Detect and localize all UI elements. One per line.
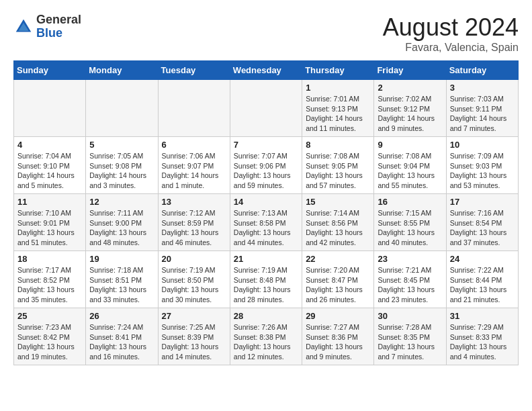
calendar-cell: 13 Sunrise: 7:12 AMSunset: 8:59 PMDaylig… bbox=[158, 194, 230, 251]
day-number: 27 bbox=[162, 311, 226, 321]
location-subtitle: Favara, Valencia, Spain bbox=[383, 42, 519, 54]
day-info: Sunrise: 7:11 AMSunset: 9:00 PMDaylight:… bbox=[89, 209, 146, 246]
calendar-cell: 9 Sunrise: 7:08 AMSunset: 9:04 PMDayligh… bbox=[374, 137, 446, 194]
calendar-cell: 1 Sunrise: 7:01 AMSunset: 9:13 PMDayligh… bbox=[302, 80, 374, 137]
day-info: Sunrise: 7:22 AMSunset: 8:44 PMDaylight:… bbox=[450, 266, 507, 304]
day-number: 4 bbox=[17, 140, 82, 150]
day-number: 21 bbox=[234, 254, 298, 264]
day-info: Sunrise: 7:01 AMSunset: 9:13 PMDaylight:… bbox=[306, 95, 363, 132]
logo-blue: Blue bbox=[36, 26, 62, 40]
calendar-week-row: 25 Sunrise: 7:23 AMSunset: 8:42 PMDaylig… bbox=[14, 308, 519, 365]
day-info: Sunrise: 7:09 AMSunset: 9:03 PMDaylight:… bbox=[450, 152, 507, 189]
day-number: 3 bbox=[450, 83, 515, 93]
day-number: 5 bbox=[89, 140, 154, 150]
day-number: 10 bbox=[450, 140, 515, 150]
calendar-cell: 10 Sunrise: 7:09 AMSunset: 9:03 PMDaylig… bbox=[446, 137, 518, 194]
calendar-cell: 25 Sunrise: 7:23 AMSunset: 8:42 PMDaylig… bbox=[14, 308, 86, 365]
day-info: Sunrise: 7:03 AMSunset: 9:11 PMDaylight:… bbox=[450, 95, 507, 132]
calendar-cell: 23 Sunrise: 7:21 AMSunset: 8:45 PMDaylig… bbox=[374, 251, 446, 308]
logo: General Blue bbox=[13, 13, 81, 40]
day-info: Sunrise: 7:02 AMSunset: 9:12 PMDaylight:… bbox=[378, 95, 435, 132]
logo-general: General bbox=[36, 13, 81, 26]
calendar-week-row: 11 Sunrise: 7:10 AMSunset: 9:01 PMDaylig… bbox=[14, 194, 519, 251]
day-number: 22 bbox=[306, 254, 370, 264]
day-number: 17 bbox=[450, 197, 515, 207]
calendar-cell: 17 Sunrise: 7:16 AMSunset: 8:54 PMDaylig… bbox=[446, 194, 518, 251]
weekday-header-thursday: Thursday bbox=[302, 61, 374, 80]
day-number: 29 bbox=[306, 311, 370, 321]
calendar-cell: 14 Sunrise: 7:13 AMSunset: 8:58 PMDaylig… bbox=[230, 194, 302, 251]
calendar-cell: 29 Sunrise: 7:27 AMSunset: 8:36 PMDaylig… bbox=[302, 308, 374, 365]
day-info: Sunrise: 7:05 AMSunset: 9:08 PMDaylight:… bbox=[89, 152, 146, 189]
calendar-cell: 7 Sunrise: 7:07 AMSunset: 9:06 PMDayligh… bbox=[230, 137, 302, 194]
calendar-cell: 8 Sunrise: 7:08 AMSunset: 9:05 PMDayligh… bbox=[302, 137, 374, 194]
day-number: 8 bbox=[306, 140, 370, 150]
weekday-header-friday: Friday bbox=[374, 61, 446, 80]
day-info: Sunrise: 7:18 AMSunset: 8:51 PMDaylight:… bbox=[89, 266, 146, 304]
calendar-cell: 3 Sunrise: 7:03 AMSunset: 9:11 PMDayligh… bbox=[446, 80, 518, 137]
calendar-cell: 30 Sunrise: 7:28 AMSunset: 8:35 PMDaylig… bbox=[374, 308, 446, 365]
calendar-cell: 15 Sunrise: 7:14 AMSunset: 8:56 PMDaylig… bbox=[302, 194, 374, 251]
day-number: 16 bbox=[378, 197, 442, 207]
day-info: Sunrise: 7:17 AMSunset: 8:52 PMDaylight:… bbox=[17, 266, 75, 304]
weekday-header-monday: Monday bbox=[86, 61, 158, 80]
day-info: Sunrise: 7:29 AMSunset: 8:33 PMDaylight:… bbox=[450, 323, 507, 361]
calendar-cell: 2 Sunrise: 7:02 AMSunset: 9:12 PMDayligh… bbox=[374, 80, 446, 137]
calendar-cell bbox=[230, 80, 302, 137]
day-info: Sunrise: 7:20 AMSunset: 8:47 PMDaylight:… bbox=[306, 266, 363, 304]
day-number: 20 bbox=[162, 254, 226, 264]
day-info: Sunrise: 7:24 AMSunset: 8:41 PMDaylight:… bbox=[89, 323, 146, 361]
day-info: Sunrise: 7:14 AMSunset: 8:56 PMDaylight:… bbox=[306, 209, 363, 246]
day-number: 6 bbox=[162, 140, 226, 150]
logo-icon bbox=[13, 17, 34, 37]
day-info: Sunrise: 7:15 AMSunset: 8:55 PMDaylight:… bbox=[378, 209, 435, 246]
weekday-header-saturday: Saturday bbox=[446, 61, 518, 80]
calendar-cell: 24 Sunrise: 7:22 AMSunset: 8:44 PMDaylig… bbox=[446, 251, 518, 308]
calendar-week-row: 18 Sunrise: 7:17 AMSunset: 8:52 PMDaylig… bbox=[14, 251, 519, 308]
day-info: Sunrise: 7:10 AMSunset: 9:01 PMDaylight:… bbox=[17, 209, 75, 246]
day-number: 25 bbox=[17, 311, 82, 321]
day-info: Sunrise: 7:13 AMSunset: 8:58 PMDaylight:… bbox=[234, 209, 291, 246]
day-number: 14 bbox=[234, 197, 298, 207]
calendar-cell: 11 Sunrise: 7:10 AMSunset: 9:01 PMDaylig… bbox=[14, 194, 86, 251]
day-number: 28 bbox=[234, 311, 298, 321]
day-info: Sunrise: 7:08 AMSunset: 9:05 PMDaylight:… bbox=[306, 152, 363, 189]
day-info: Sunrise: 7:04 AMSunset: 9:10 PMDaylight:… bbox=[17, 152, 75, 189]
day-number: 26 bbox=[89, 311, 154, 321]
day-number: 7 bbox=[234, 140, 298, 150]
calendar-cell: 31 Sunrise: 7:29 AMSunset: 8:33 PMDaylig… bbox=[446, 308, 518, 365]
month-title: August 2024 bbox=[383, 13, 519, 42]
calendar-cell: 6 Sunrise: 7:06 AMSunset: 9:07 PMDayligh… bbox=[158, 137, 230, 194]
day-info: Sunrise: 7:16 AMSunset: 8:54 PMDaylight:… bbox=[450, 209, 507, 246]
weekday-header-sunday: Sunday bbox=[14, 61, 86, 80]
calendar-cell: 21 Sunrise: 7:19 AMSunset: 8:48 PMDaylig… bbox=[230, 251, 302, 308]
day-number: 18 bbox=[17, 254, 82, 264]
day-number: 15 bbox=[306, 197, 370, 207]
calendar-cell: 20 Sunrise: 7:19 AMSunset: 8:50 PMDaylig… bbox=[158, 251, 230, 308]
calendar-cell: 4 Sunrise: 7:04 AMSunset: 9:10 PMDayligh… bbox=[14, 137, 86, 194]
day-info: Sunrise: 7:27 AMSunset: 8:36 PMDaylight:… bbox=[306, 323, 363, 361]
calendar-cell: 16 Sunrise: 7:15 AMSunset: 8:55 PMDaylig… bbox=[374, 194, 446, 251]
calendar-table: SundayMondayTuesdayWednesdayThursdayFrid… bbox=[13, 60, 519, 365]
day-number: 9 bbox=[378, 140, 442, 150]
day-number: 24 bbox=[450, 254, 515, 264]
day-info: Sunrise: 7:12 AMSunset: 8:59 PMDaylight:… bbox=[162, 209, 219, 246]
day-number: 11 bbox=[17, 197, 82, 207]
title-block: August 2024 Favara, Valencia, Spain bbox=[383, 13, 519, 54]
day-info: Sunrise: 7:23 AMSunset: 8:42 PMDaylight:… bbox=[17, 323, 75, 361]
day-info: Sunrise: 7:07 AMSunset: 9:06 PMDaylight:… bbox=[234, 152, 291, 189]
calendar-cell bbox=[158, 80, 230, 137]
day-number: 31 bbox=[450, 311, 515, 321]
calendar-cell: 19 Sunrise: 7:18 AMSunset: 8:51 PMDaylig… bbox=[86, 251, 158, 308]
weekday-header-wednesday: Wednesday bbox=[230, 61, 302, 80]
calendar-cell: 12 Sunrise: 7:11 AMSunset: 9:00 PMDaylig… bbox=[86, 194, 158, 251]
day-number: 13 bbox=[162, 197, 226, 207]
day-info: Sunrise: 7:08 AMSunset: 9:04 PMDaylight:… bbox=[378, 152, 435, 189]
day-number: 2 bbox=[378, 83, 442, 93]
calendar-week-row: 1 Sunrise: 7:01 AMSunset: 9:13 PMDayligh… bbox=[14, 80, 519, 137]
day-info: Sunrise: 7:28 AMSunset: 8:35 PMDaylight:… bbox=[378, 323, 435, 361]
weekday-header-row: SundayMondayTuesdayWednesdayThursdayFrid… bbox=[14, 61, 519, 80]
calendar-cell: 28 Sunrise: 7:26 AMSunset: 8:38 PMDaylig… bbox=[230, 308, 302, 365]
calendar-cell bbox=[14, 80, 86, 137]
calendar-cell: 18 Sunrise: 7:17 AMSunset: 8:52 PMDaylig… bbox=[14, 251, 86, 308]
